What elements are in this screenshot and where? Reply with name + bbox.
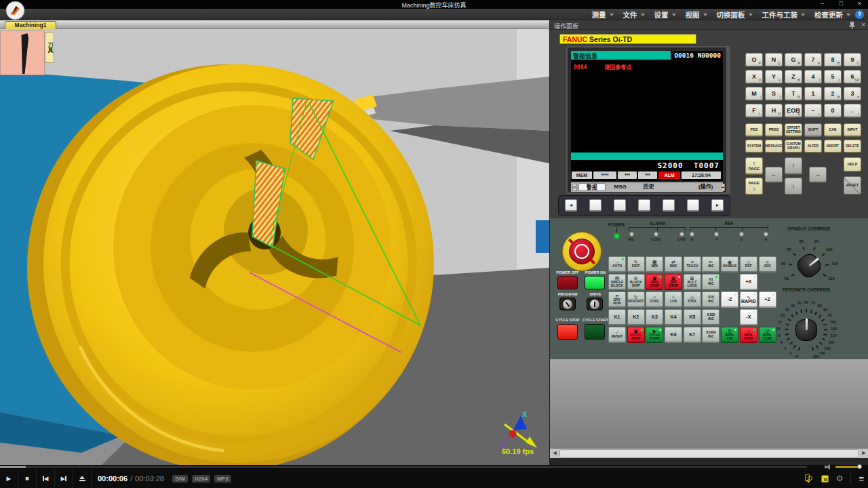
mdi-key-f[interactable]: FL [745,104,763,118]
mdi-key-3[interactable]: 3= [844,87,861,101]
panel-button-k3[interactable]: K3 [646,309,663,325]
panel-button-cool[interactable]: ≈COOL [646,291,663,308]
panel-button--x[interactable]: -X [740,309,757,325]
menu-icon[interactable]: ≡ [859,474,864,484]
tool-tab[interactable]: 刀具 [45,32,54,63]
next-button[interactable]: ▶ [55,469,73,488]
panel-button-cycle-start[interactable]: ▶CYCLE START [646,327,663,343]
cursor-right-key[interactable]: → [809,167,827,183]
panel-button-x1-inc[interactable]: X1 INC [702,274,719,290]
cursor-up-key[interactable]: ↑ [785,157,802,175]
reset-key[interactable]: RESET [844,176,861,195]
panel-button-mdi[interactable]: ▦MDI [646,256,663,272]
menu-item-0[interactable]: 测量 [592,9,614,20]
help-icon[interactable]: ? [855,10,864,19]
emergency-stop-button[interactable] [562,232,601,271]
panel-button--z[interactable]: -Z [721,291,738,308]
panel-button-teach[interactable]: ≡TEACH [684,256,701,272]
horizontal-scrollbar[interactable]: ◄ ► [550,449,868,458]
scrollbar-right-arrow[interactable]: ► [859,449,868,458]
softkey-item-0[interactable]: 警报 [578,183,606,191]
panel-button-spdl-stop[interactable]: ▪SPDL STOP [740,327,757,343]
fkey-insert[interactable]: INSERT [824,140,842,153]
fkey-custom-graph[interactable]: CUSTOM GRAPH [785,140,802,153]
mdi-key-x[interactable]: XU [745,70,763,84]
mdi-key-9[interactable]: 9C [844,53,861,67]
drive-key-switch[interactable] [587,298,603,310]
scrollbar-thumb[interactable] [559,449,859,458]
panel-button-auto[interactable]: →AUTO [608,256,626,272]
hw-softkey-4[interactable] [663,199,675,211]
pin-icon[interactable] [849,22,855,29]
panel-button-k4[interactable]: K4 [665,309,682,325]
panel-button-x100-inc[interactable]: X100 INC [702,309,719,325]
panel-button-k5[interactable]: K5 [684,309,701,325]
softkey-page-right[interactable]: + [721,184,726,191]
panel-button-k2[interactable]: K2 [627,309,645,325]
panel-button-+x[interactable]: +X [740,274,757,290]
help-key[interactable]: HELP [844,157,861,172]
seek-bar[interactable] [0,466,807,468]
fkey-shift[interactable]: SHIFT [804,123,822,137]
panel-button-k1[interactable]: K1 [608,309,626,325]
panel-button-ref[interactable]: ⌂REF [740,256,757,272]
fkey-offset-setting[interactable]: OFFSET SETTING [785,123,802,137]
close-button[interactable]: × [858,0,861,7]
softkey-item-2[interactable]: 历史 [635,183,663,191]
mdi-key-g[interactable]: GR [785,53,802,67]
cursor-left-key[interactable]: ← [765,167,783,183]
fkey-pos[interactable]: POS [745,123,763,137]
program-key-switch[interactable] [559,298,576,310]
panel-button-dnc[interactable]: ⇄DNC [665,256,682,272]
previous-button[interactable]: ◀ [37,469,55,488]
power-off-button[interactable] [557,276,578,289]
softkey-item-4[interactable]: (操作) [692,183,719,191]
play-button[interactable]: ▶ [0,469,18,488]
cursor-down-key[interactable]: ↓ [785,178,802,195]
menu-item-2[interactable]: 设置 [654,9,676,20]
fkey-input[interactable]: INPUT [844,123,861,137]
mdi-key-s[interactable]: SJ [765,87,783,101]
record-region-icon[interactable] [821,475,829,483]
panel-button-k6[interactable]: K6 [665,327,682,343]
mdi-key-1[interactable]: 1, [804,87,822,101]
tool-preview-window[interactable] [0,30,45,75]
menu-item-5[interactable]: 工件与工装 [762,9,806,20]
hw-softkey-2[interactable] [614,199,626,211]
panel-button-reset[interactable]: ∕RESET [608,327,626,343]
power-on-button[interactable] [585,276,605,289]
menu-item-4[interactable]: 切换面板 [717,9,753,20]
tab-machining1[interactable]: Machining1 [5,21,56,29]
mdi-key-z[interactable]: ZW [785,70,802,84]
hw-softkey-5[interactable] [687,199,699,211]
minimize-button[interactable]: – [821,0,824,7]
panel-button-jog[interactable]: ∿JOG [759,256,776,272]
page-up-key[interactable]: ↑PAGE [745,157,763,175]
fkey-system[interactable]: SYSTEM [745,140,763,153]
fkey-alter[interactable]: ALTER [804,140,822,153]
panel-button-block-skip[interactable]: ⊘BLOCK SKIP [627,274,645,290]
panel-button-x1000-inc[interactable]: X1000 INC [702,327,719,343]
cycle-stop-button[interactable] [557,324,578,340]
panel-button-handle[interactable]: ◉HANDLE [721,256,738,272]
panel-button-dry-run[interactable]: ≋DRY RUN [608,291,626,308]
mdi-key-item-3[interactable]: −+ [804,104,822,118]
panel-button-opt-stop[interactable]: ▣OPT STOP [665,274,682,290]
volume-knob[interactable] [857,464,862,469]
mdi-key-eob[interactable]: EOBE [785,104,802,118]
mdi-key-4[interactable]: 4I [804,70,822,84]
menu-item-3[interactable]: 视图 [686,9,707,20]
mdi-key-t[interactable]: TK [785,87,802,101]
mdi-key-o[interactable]: OP [745,53,763,67]
hw-softkey-right[interactable]: ► [711,199,724,211]
page-down-key[interactable]: PAGE↓ [745,178,763,195]
softkey-msg[interactable]: MSG [607,183,634,191]
mdi-key-h[interactable]: HD [765,104,783,118]
mdi-key-6[interactable]: 6SP [844,70,861,84]
viewport-3d[interactable]: X 刀具 60.19 fps [0,29,549,465]
fkey-message[interactable]: MESSAGE [765,140,783,153]
panel-button-lub[interactable]: +LUB [665,291,682,308]
mdi-key-y[interactable]: YV [765,70,783,84]
panel-button-cycle-stop[interactable]: ▣CYCLE STOP [627,327,645,343]
scrollbar-left-arrow[interactable]: ◄ [550,449,559,458]
